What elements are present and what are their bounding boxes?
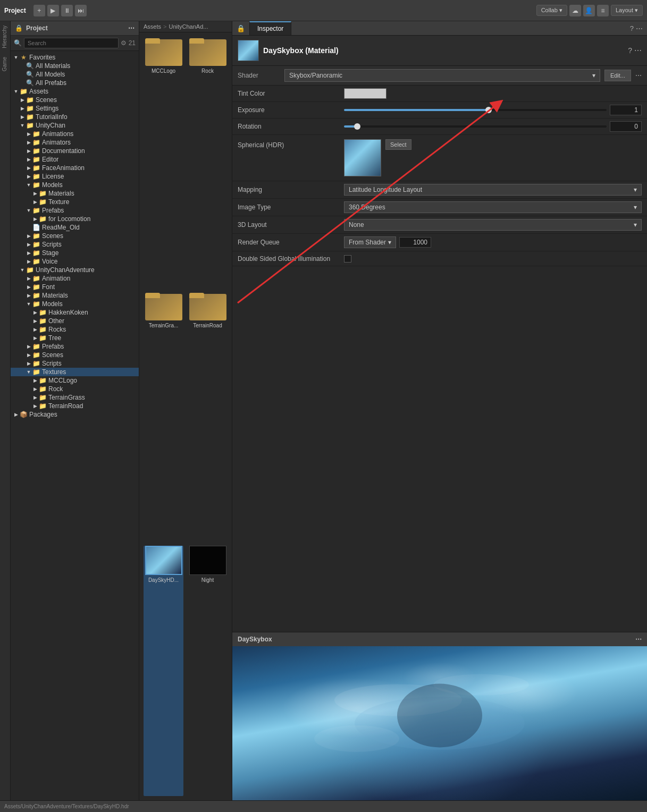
inspector-lock-icon[interactable]: 🔒 <box>237 24 245 32</box>
sidebar-item-stage-uc[interactable]: ▶ 📁 Stage <box>11 249 139 257</box>
account-button[interactable]: 👤 <box>583 5 595 16</box>
file-item-terraingrass[interactable]: TerrainGra... <box>144 291 183 542</box>
materials-uca-arrow: ▶ <box>26 292 32 299</box>
file-item-dayskyhd[interactable]: DaySkyHD... <box>144 546 183 796</box>
sidebar-item-rock-tex[interactable]: ▶ 📁 Rock <box>11 385 139 393</box>
models-uc-arrow: ▼ <box>26 181 32 189</box>
file-name-terraingrass: TerrainGra... <box>149 323 179 328</box>
sidebar-item-font-uca[interactable]: ▶ 📁 Font <box>11 283 139 291</box>
sidebar-item-models-uca[interactable]: ▼ 📁 Models <box>11 300 139 308</box>
sidebar-item-scripts-uc[interactable]: ▶ 📁 Scripts <box>11 240 139 249</box>
sidebar-item-animators[interactable]: ▶ 📁 Animators <box>11 138 139 147</box>
sidebar-item-texture-uc[interactable]: ▶ 📁 Texture <box>11 198 139 206</box>
sidebar-item-textures-uca[interactable]: ▼ 📁 Textures <box>11 368 139 376</box>
sidebar-item-all-materials[interactable]: 🔍 All Materials <box>11 62 139 70</box>
sidebar-item-faceanimation[interactable]: ▶ 📁 FaceAnimation <box>11 164 139 172</box>
sidebar-item-tutorialinfo[interactable]: ▶ 📁 TutorialInfo <box>11 113 139 121</box>
sidebar-item-editor[interactable]: ▶ 📁 Editor <box>11 155 139 164</box>
shader-options-icon[interactable]: ⋯ <box>635 72 642 79</box>
file-item-rock[interactable]: Rock <box>188 37 228 287</box>
exposure-slider-thumb[interactable] <box>485 107 492 113</box>
packages-icon: 📦 <box>19 411 28 418</box>
sidebar-item-scenes[interactable]: ▶ 📁 Scenes <box>11 96 139 104</box>
sidebar-item-unitychan[interactable]: ▼ 📁 UnityChan <box>11 121 139 130</box>
exposure-slider-track[interactable] <box>344 109 607 111</box>
sidebar-item-documentation[interactable]: ▶ 📁 Documentation <box>11 147 139 155</box>
sidebar-item-models-uc[interactable]: ▼ 📁 Models <box>11 181 139 189</box>
breadcrumb-assets[interactable]: Assets <box>144 23 161 30</box>
shader-dropdown[interactable]: Skybox/Panoramic ▾ <box>284 69 600 82</box>
rotation-slider-thumb[interactable] <box>354 123 360 130</box>
sidebar-item-hakkenkoken[interactable]: ▶ 📁 HakkenKoken <box>11 308 139 317</box>
sidebar-item-voice-uc[interactable]: ▶ 📁 Voice <box>11 257 139 266</box>
cloud-button[interactable]: ☁ <box>569 5 581 16</box>
sidebar-item-animations[interactable]: ▶ 📁 Animations <box>11 130 139 138</box>
font-uca-label: Font <box>42 283 55 291</box>
scenes-uc-folder-icon: 📁 <box>32 232 40 240</box>
inspector-help-icon[interactable]: ? <box>630 24 634 32</box>
hierarchy-edge-label[interactable]: Hierarchy <box>0 21 10 53</box>
file-item-mcclogo[interactable]: MCCLogo <box>144 37 183 287</box>
breadcrumb-uca[interactable]: UnityChanAd... <box>169 23 208 30</box>
search-options-icon[interactable]: ⚙ <box>121 39 127 47</box>
sidebar-item-scenes-uc[interactable]: ▶ 📁 Scenes <box>11 232 139 240</box>
preview-header[interactable]: DaySkybox ⋯ <box>232 632 647 646</box>
sidebar-item-animation-uca[interactable]: ▶ 📁 Animation <box>11 274 139 283</box>
inspector-menu-icon[interactable]: ⋯ <box>636 24 643 32</box>
sidebar-item-other[interactable]: ▶ 📁 Other <box>11 317 139 325</box>
rotation-number[interactable] <box>610 121 642 132</box>
preview-menu-icon[interactable]: ⋯ <box>635 636 642 643</box>
render-queue-dropdown[interactable]: From Shader ▾ <box>344 236 396 248</box>
pause-button[interactable]: ⏸ <box>61 5 73 16</box>
render-queue-number[interactable] <box>399 237 431 248</box>
inspector-tab[interactable]: Inspector <box>249 21 291 35</box>
layers-button[interactable]: ≡ <box>597 5 609 16</box>
sidebar-item-license[interactable]: ▶ 📁 License <box>11 172 139 181</box>
collab-button[interactable]: Collab ▾ <box>536 5 567 16</box>
tint-color-swatch[interactable] <box>344 88 386 99</box>
sidebar-item-packages[interactable]: ▶ 📦 Packages <box>11 410 139 419</box>
add-button[interactable]: + <box>33 5 45 16</box>
step-button[interactable]: ⏭ <box>75 5 87 16</box>
sidebar-item-terrainroad-tex[interactable]: ▶ 📁 TerrainRoad <box>11 402 139 410</box>
rotation-slider-track[interactable] <box>344 125 607 128</box>
documentation-folder-icon: 📁 <box>32 147 40 155</box>
sidebar-item-rocks[interactable]: ▶ 📁 Rocks <box>11 325 139 334</box>
layout-3d-dropdown[interactable]: None ▾ <box>344 219 642 231</box>
sidebar-item-mcclogo-tex[interactable]: ▶ 📁 MCCLogo <box>11 376 139 385</box>
sidebar-item-scenes-uca[interactable]: ▶ 📁 Scenes <box>11 351 139 359</box>
sidebar-item-prefabs-uca[interactable]: ▶ 📁 Prefabs <box>11 342 139 351</box>
project-menu-icon[interactable]: ⋯ <box>128 24 135 32</box>
help-button[interactable]: ? <box>628 46 632 55</box>
sidebar-item-all-prefabs[interactable]: 🔍 All Prefabs <box>11 79 139 87</box>
sidebar-item-for-locomotion[interactable]: ▶ 📁 for Locomotion <box>11 215 139 223</box>
search-input[interactable] <box>24 38 119 48</box>
sidebar-item-favorites[interactable]: ▼ ★ Favorites <box>11 53 139 62</box>
sidebar-item-settings[interactable]: ▶ 📁 Settings <box>11 104 139 113</box>
layout-button[interactable]: Layout ▾ <box>611 5 643 16</box>
hakkenkoken-label: HakkenKoken <box>48 309 88 316</box>
sidebar-item-scripts-uca[interactable]: ▶ 📁 Scripts <box>11 359 139 368</box>
sidebar-item-assets[interactable]: ▼ 📁 Assets <box>11 87 139 96</box>
material-menu-button[interactable]: ⋯ <box>634 46 642 55</box>
file-item-terrainroad[interactable]: TerrainRoad <box>188 291 228 542</box>
sidebar-item-all-models[interactable]: 🔍 All Models <box>11 70 139 79</box>
sidebar-item-readme[interactable]: 📄 ReadMe_Old <box>11 223 139 232</box>
sidebar-item-prefabs-uc[interactable]: ▼ 📁 Prefabs <box>11 206 139 215</box>
camera-edge-label[interactable]: Game <box>0 53 10 75</box>
file-item-night[interactable]: Night <box>188 546 228 796</box>
play-button[interactable]: ▶ <box>47 5 59 16</box>
shader-edit-button[interactable]: Edit... <box>604 70 631 81</box>
status-text: Assets/UnityChanAdventure/Textures/DaySk… <box>4 803 129 809</box>
sidebar-item-materials-uca[interactable]: ▶ 📁 Materials <box>11 291 139 300</box>
exposure-number[interactable] <box>610 105 642 115</box>
mapping-dropdown[interactable]: Latitude Longitude Layout ▾ <box>344 184 642 196</box>
sidebar-item-materials-uc[interactable]: ▶ 📁 Materials <box>11 189 139 198</box>
double-sided-checkbox[interactable] <box>344 255 351 263</box>
scenes-uca-label: Scenes <box>42 351 63 359</box>
sidebar-item-terraingrass-tex[interactable]: ▶ 📁 TerrainGrass <box>11 393 139 402</box>
image-type-dropdown[interactable]: 360 Degrees ▾ <box>344 201 642 213</box>
sidebar-item-unitychanadventure[interactable]: ▼ 📁 UnityChanAdventure <box>11 266 139 274</box>
sidebar-item-tree[interactable]: ▶ 📁 Tree <box>11 334 139 342</box>
texture-select-button[interactable]: Select <box>385 139 411 150</box>
